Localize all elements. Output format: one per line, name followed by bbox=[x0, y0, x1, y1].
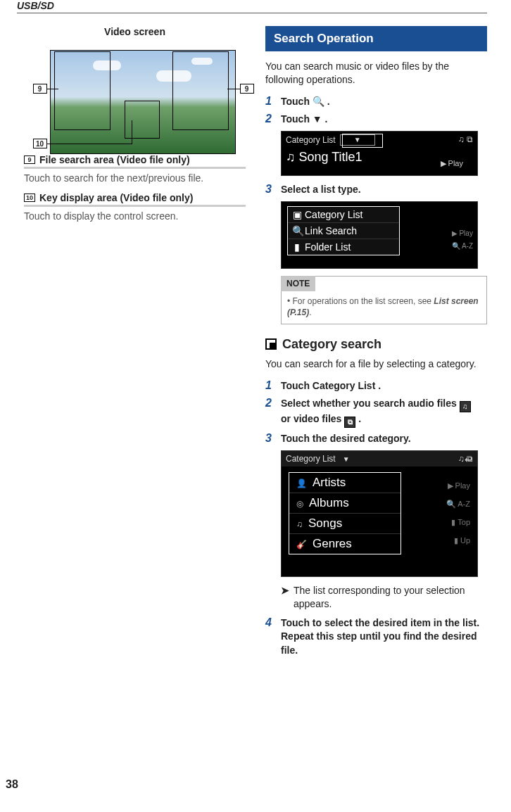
cat-step-1-prefix: Touch bbox=[281, 380, 313, 391]
step-3: 3 Select a list type. bbox=[265, 183, 487, 197]
item-10-number: 10 bbox=[24, 194, 35, 202]
list-type-category-list[interactable]: ▣Category List bbox=[288, 207, 399, 223]
result-line: ➤ The list corresponding to your selecti… bbox=[281, 584, 487, 611]
step-1: 1 Touch 🔍 . bbox=[265, 95, 487, 109]
list-type-link-search[interactable]: 🔍Link Search bbox=[288, 223, 399, 239]
songs-icon: ♫ bbox=[296, 519, 303, 529]
page-header-title: USB/SD bbox=[17, 0, 487, 13]
note-tail: . bbox=[309, 307, 311, 317]
folder-list-label: Folder List bbox=[305, 241, 351, 253]
step-1-number: 1 bbox=[265, 95, 275, 109]
key-display-area[interactable] bbox=[125, 101, 160, 139]
link-search-label: Link Search bbox=[305, 225, 357, 236]
subsection-category-search: Category search bbox=[265, 337, 487, 352]
subsection-title: Category search bbox=[282, 337, 381, 352]
ui-a-category-label: Category List bbox=[286, 135, 336, 145]
audio-files-icon: ♫ bbox=[460, 401, 471, 412]
cat-step-3-text: Touch the desired category. bbox=[281, 432, 487, 446]
category-list-label: Category List bbox=[305, 209, 362, 220]
video-figure: 9 9 10 bbox=[33, 40, 237, 146]
cat-step-2-line2: or video files bbox=[281, 413, 344, 424]
callout-9-right: 9 bbox=[240, 84, 254, 94]
category-list-icon: ▣ bbox=[292, 209, 302, 220]
cat-step-1-suffix: . bbox=[375, 380, 381, 391]
section-search-operation: Search Operation bbox=[265, 26, 487, 51]
step-2-prefix: Touch bbox=[281, 113, 313, 125]
result-text: The list corresponding to your selection… bbox=[294, 584, 487, 611]
albums-label: Albums bbox=[309, 496, 349, 509]
ui-a-play-hint: ▶ Play bbox=[441, 159, 463, 168]
note-box: NOTE • For operations on the list screen… bbox=[281, 276, 487, 324]
ui-b-background-side: ▶ Play 🔍 A-Z bbox=[452, 227, 473, 253]
step-2: 2 Touch ▼ . bbox=[265, 113, 487, 127]
video-files-icon: ⧉ bbox=[344, 417, 355, 428]
list-type-folder-list[interactable]: ▮Folder List bbox=[288, 239, 399, 255]
item-10-description: Touch to display the control screen. bbox=[24, 210, 246, 223]
ui-c-back-icon[interactable]: ↩ bbox=[465, 454, 473, 465]
category-genres[interactable]: 🎸Genres bbox=[289, 534, 400, 554]
link-search-icon: 🔍 bbox=[292, 225, 302, 236]
ui-c-side-controls: ▶ Play 🔍 A-Z ▮ Top ▮ Up bbox=[446, 476, 470, 550]
genres-icon: 🎸 bbox=[296, 540, 307, 550]
search-icon: 🔍 bbox=[313, 96, 324, 107]
item-10-label: Key display area (Video file only) bbox=[39, 192, 193, 203]
cat-step-1-number: 1 bbox=[265, 379, 275, 393]
category-list-popup: 👤Artists ◎Albums ♫Songs 🎸Genres bbox=[289, 472, 401, 554]
item-9-label: File search area (Video file only) bbox=[39, 154, 190, 165]
albums-icon: ◎ bbox=[296, 499, 303, 509]
item-9-heading: 9 File search area (Video file only) bbox=[24, 154, 246, 169]
ui-category-panel: Category List ▼ ♫ ⧉ ↩ 👤Artists ◎Albums ♫… bbox=[281, 450, 478, 577]
cat-step-3-number: 3 bbox=[265, 432, 275, 446]
step-1-prefix: Touch bbox=[281, 96, 313, 107]
step-3-number: 3 bbox=[265, 183, 275, 197]
songs-label: Songs bbox=[308, 516, 342, 530]
right-column: Search Operation You can search music or… bbox=[265, 26, 487, 662]
cat-step-4-number: 4 bbox=[265, 616, 275, 658]
cat-step-2-number: 2 bbox=[265, 397, 275, 428]
search-intro: You can search music or video files by t… bbox=[265, 60, 487, 87]
item-9-number: 9 bbox=[24, 156, 35, 164]
step-2-number: 2 bbox=[265, 113, 275, 127]
video-caption: Video screen bbox=[24, 26, 246, 37]
callout-9-left: 9 bbox=[33, 84, 47, 94]
item-10-heading: 10 Key display area (Video file only) bbox=[24, 192, 246, 207]
cat-step-3: 3 Touch the desired category. bbox=[265, 432, 487, 446]
category-albums[interactable]: ◎Albums bbox=[289, 493, 400, 514]
down-triangle-icon: ▼ bbox=[313, 113, 322, 127]
left-column: Video screen 9 9 10 9 File search area (… bbox=[24, 26, 246, 662]
category-artists[interactable]: 👤Artists bbox=[289, 473, 400, 493]
callout-10: 10 bbox=[33, 139, 47, 148]
step-2-suffix: . bbox=[322, 113, 328, 125]
subsection-marker-icon bbox=[265, 338, 277, 350]
cat-step-4: 4 Touch to select the desired item in th… bbox=[265, 616, 487, 658]
step-1-suffix: . bbox=[324, 96, 330, 107]
cat-step-4-text: Touch to select the desired item in the … bbox=[281, 616, 487, 658]
cat-step-2-suffix: . bbox=[358, 413, 361, 424]
cat-step-1-button-label: Category List bbox=[313, 380, 375, 391]
note-lead: • For operations on the list screen, see bbox=[287, 296, 434, 306]
category-search-intro: You can search for a file by selecting a… bbox=[265, 357, 487, 371]
folder-list-icon: ▮ bbox=[292, 241, 302, 253]
file-search-area-right[interactable] bbox=[172, 51, 229, 130]
cat-step-1: 1 Touch Category List . bbox=[265, 379, 487, 393]
artists-icon: 👤 bbox=[296, 478, 307, 488]
step-3-text: Select a list type. bbox=[281, 183, 487, 197]
ui-category-list-dropdown: Category List ▼ ♫ ⧉ ♫ Song Title1 ▶ Play bbox=[281, 131, 478, 176]
category-songs[interactable]: ♫Songs bbox=[289, 514, 400, 534]
ui-list-type-panel: ▣Category List 🔍Link Search ▮Folder List… bbox=[281, 201, 478, 269]
ui-c-dropdown-icon[interactable]: ▼ bbox=[343, 455, 350, 463]
result-arrow-icon: ➤ bbox=[281, 584, 289, 611]
artists-label: Artists bbox=[313, 476, 346, 489]
genres-label: Genres bbox=[313, 537, 352, 550]
ui-a-top-icons: ♫ ⧉ bbox=[458, 134, 473, 144]
cat-step-2-line1: Select whether you search audio files bbox=[281, 398, 460, 409]
ui-a-highlight-box bbox=[342, 134, 383, 148]
ui-c-title: Category List bbox=[286, 454, 336, 464]
list-type-popup: ▣Category List 🔍Link Search ▮Folder List bbox=[287, 206, 400, 255]
item-9-description: Touch to search for the next/previous fi… bbox=[24, 172, 246, 185]
note-heading: NOTE bbox=[281, 276, 315, 291]
cat-step-2: 2 Select whether you search audio files … bbox=[265, 397, 487, 428]
file-search-area-left[interactable] bbox=[54, 51, 111, 130]
page-number: 38 bbox=[6, 778, 18, 791]
